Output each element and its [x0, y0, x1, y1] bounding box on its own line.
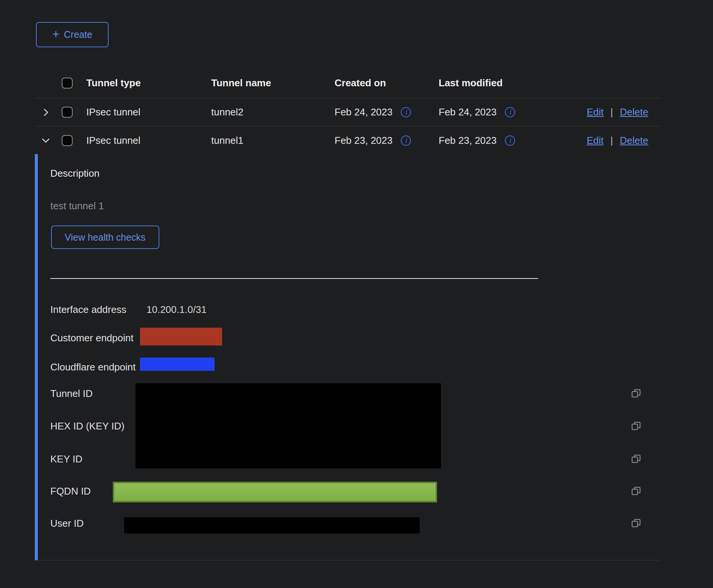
- create-button-label: Create: [64, 29, 92, 40]
- copy-icon: [631, 485, 641, 496]
- edit-link[interactable]: Edit: [587, 135, 604, 146]
- created-on-value: Feb 24, 2023: [335, 106, 392, 118]
- description-text: test tunnel 1: [50, 200, 104, 212]
- tunnel-type-cell: IPsec tunnel: [79, 135, 211, 146]
- select-all-checkbox[interactable]: [62, 78, 73, 89]
- view-health-checks-button[interactable]: View health checks: [51, 226, 159, 249]
- info-icon[interactable]: i: [401, 107, 411, 117]
- last-modified-cell: Feb 23, 2023 i: [439, 135, 537, 146]
- key-id-label: KEY ID: [50, 453, 83, 465]
- last-modified-value: Feb 23, 2023: [439, 135, 497, 146]
- interface-address-label: Interface address: [50, 304, 126, 315]
- last-modified-cell: Feb 24, 2023 i: [439, 106, 537, 118]
- tunnel-type-cell: IPsec tunnel: [79, 106, 211, 118]
- actions-separator: |: [610, 106, 613, 118]
- chevron-down-icon: [40, 135, 51, 146]
- header-created-on: Created on: [335, 77, 439, 89]
- last-modified-value: Feb 24, 2023: [439, 106, 497, 118]
- table-row-tunnel1: IPsec tunnel tunnel1 Feb 23, 2023 i Feb …: [36, 126, 660, 154]
- checkbox-cell: [61, 135, 79, 146]
- plus-icon: +: [52, 28, 59, 40]
- interface-address-value: 10.200.1.0/31: [146, 304, 207, 315]
- edit-link[interactable]: Edit: [587, 106, 604, 118]
- table-header-row: Tunnel type Tunnel name Created on Last …: [36, 68, 660, 98]
- copy-hex-id-button[interactable]: [630, 420, 642, 432]
- user-id-redaction: [124, 517, 420, 534]
- row-checkbox[interactable]: [62, 107, 73, 118]
- tunnel-ids-redaction: [135, 383, 441, 468]
- info-icon[interactable]: i: [505, 135, 515, 146]
- cloudflare-endpoint-label: Cloudflare endpoint: [50, 361, 136, 373]
- fqdn-id-label: FQDN ID: [50, 485, 91, 497]
- panel-divider: [50, 278, 538, 279]
- hex-id-label: HEX ID (KEY ID): [50, 420, 125, 432]
- tunnels-table: Tunnel type Tunnel name Created on Last …: [36, 68, 660, 154]
- copy-fqdn-id-button[interactable]: [630, 485, 642, 497]
- tunnel-detail-panel: Description test tunnel 1 View health ch…: [35, 154, 660, 560]
- copy-icon: [631, 518, 641, 528]
- created-on-cell: Feb 24, 2023 i: [335, 106, 439, 118]
- row-checkbox[interactable]: [62, 135, 73, 146]
- customer-endpoint-label: Customer endpoint: [50, 332, 134, 344]
- user-id-label: User ID: [50, 518, 84, 529]
- info-icon[interactable]: i: [505, 107, 515, 117]
- header-checkbox-cell: [61, 78, 79, 89]
- chevron-right-icon: [40, 107, 51, 118]
- tunnel-id-label: Tunnel ID: [50, 388, 93, 399]
- copy-icon: [631, 453, 641, 464]
- ipsec-tunnels-page: + Create Tunnel type Tunnel name Created…: [0, 0, 713, 588]
- row-actions: Edit | Delete: [537, 135, 660, 146]
- copy-key-id-button[interactable]: [630, 453, 642, 465]
- collapse-row-button[interactable]: [40, 135, 51, 146]
- actions-separator: |: [610, 135, 613, 146]
- customer-endpoint-redaction: [140, 328, 222, 345]
- expand-cell: [36, 107, 61, 118]
- created-on-cell: Feb 23, 2023 i: [335, 135, 439, 146]
- checkbox-cell: [61, 107, 79, 118]
- cloudflare-endpoint-redaction: [140, 358, 215, 371]
- expand-cell: [36, 135, 61, 146]
- header-tunnel-type: Tunnel type: [79, 77, 211, 89]
- table-row-tunnel2: IPsec tunnel tunnel2 Feb 24, 2023 i Feb …: [36, 98, 660, 126]
- description-label: Description: [50, 168, 100, 179]
- tunnel-name-cell: tunnel1: [211, 135, 335, 146]
- delete-link[interactable]: Delete: [620, 135, 648, 146]
- row-actions: Edit | Delete: [537, 106, 660, 118]
- tunnel-name-cell: tunnel2: [211, 106, 335, 118]
- fqdn-id-redaction: [113, 482, 437, 502]
- copy-tunnel-id-button[interactable]: [630, 387, 642, 399]
- delete-link[interactable]: Delete: [620, 106, 648, 118]
- created-on-value: Feb 23, 2023: [335, 135, 392, 146]
- header-tunnel-name: Tunnel name: [211, 77, 335, 89]
- header-last-modified: Last modified: [439, 77, 537, 89]
- copy-icon: [631, 420, 641, 431]
- info-icon[interactable]: i: [401, 135, 411, 146]
- copy-icon: [631, 388, 641, 398]
- create-button[interactable]: + Create: [36, 22, 109, 47]
- copy-user-id-button[interactable]: [630, 517, 642, 529]
- expand-row-button[interactable]: [40, 107, 51, 118]
